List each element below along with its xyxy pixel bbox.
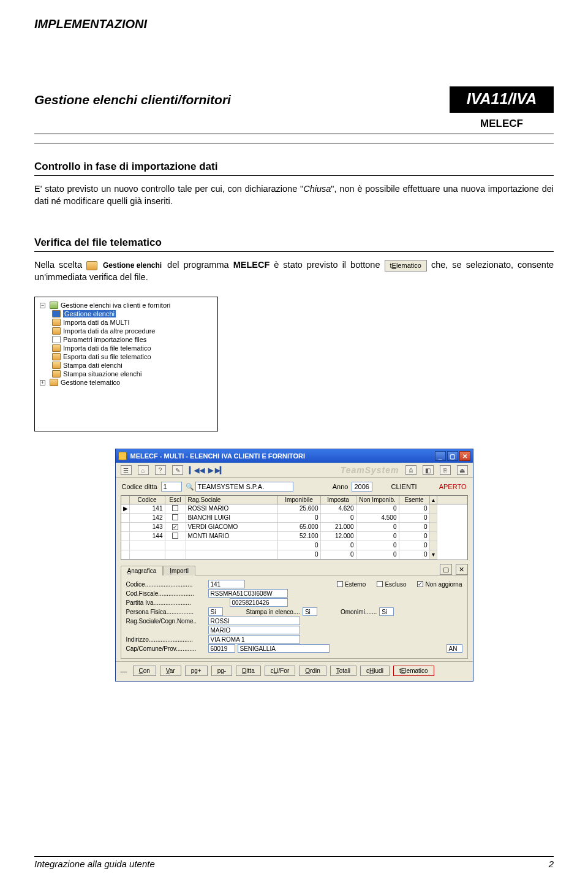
esterno-checkbox[interactable]: Esterno bbox=[337, 581, 366, 588]
piva-field[interactable]: 00258210426 bbox=[230, 598, 288, 607]
folder-icon bbox=[50, 302, 58, 309]
table-row[interactable]: 142BIANCHI LUIGI004.5000 bbox=[121, 514, 467, 523]
codice-field[interactable]: 141 bbox=[208, 580, 245, 588]
table-row[interactable]: 0000▾ bbox=[121, 550, 467, 560]
collapse-icon[interactable]: − bbox=[40, 303, 45, 308]
tree-root[interactable]: − Gestione elenchi iva clienti e fornito… bbox=[37, 301, 215, 310]
bottom-button[interactable]: Con bbox=[133, 666, 156, 676]
footer-page-number: 2 bbox=[549, 859, 554, 869]
tree-item-label: Importa dati da altre procedure bbox=[63, 327, 155, 335]
label: Codice............................ bbox=[126, 581, 206, 588]
tree-item-label: Stampa situazione elenchi bbox=[63, 370, 141, 378]
prov-field[interactable]: AN bbox=[447, 644, 462, 653]
toolbar-icon[interactable]: ⎘ bbox=[440, 465, 451, 475]
toolbar-icon[interactable]: ⌂ bbox=[138, 465, 149, 475]
bottom-button[interactable]: Totali bbox=[330, 666, 356, 676]
folder-icon bbox=[52, 362, 61, 369]
toolbar-icon[interactable]: ⎙ bbox=[405, 465, 417, 475]
folder-icon bbox=[52, 344, 61, 352]
clienti-label: CLIENTI bbox=[391, 483, 417, 490]
tree-item[interactable]: Importa dati da altre procedure bbox=[37, 327, 215, 335]
tab-importi[interactable]: Importi bbox=[163, 566, 195, 575]
ragsociale-field[interactable]: ROSSI bbox=[208, 617, 300, 625]
page-header: IMPLEMENTAZIONI bbox=[34, 17, 554, 31]
program-code: MELECF bbox=[450, 118, 554, 130]
comune-field[interactable]: SENIGALLIA bbox=[238, 644, 330, 653]
tree-item[interactable]: Stampa dati elenchi bbox=[37, 361, 215, 370]
tree-item-label: Importa dati da MULTI bbox=[63, 319, 130, 326]
text: del programma bbox=[167, 260, 233, 270]
label: Omonimi....... bbox=[341, 609, 377, 615]
tree-item-label: Stampa dati elenchi bbox=[63, 362, 123, 369]
data-grid[interactable]: Codice Escl Rag.Sociale Imponibile Impos… bbox=[121, 495, 468, 560]
folder-icon bbox=[52, 327, 61, 335]
nav-buttons[interactable]: ▎◀◀▶▶▎ bbox=[189, 466, 224, 474]
indirizzo-field[interactable]: VIA ROMA 1 bbox=[208, 635, 300, 644]
toolbar-icon[interactable]: ? bbox=[155, 465, 166, 475]
expand-icon[interactable]: + bbox=[40, 380, 45, 386]
label: Anno bbox=[333, 483, 349, 490]
maximize-button[interactable]: ▢ bbox=[447, 451, 458, 461]
tab-anagrafica[interactable]: Anagrafica bbox=[121, 566, 164, 575]
bottom-button[interactable]: pg- bbox=[211, 666, 232, 676]
bottom-button[interactable]: Var bbox=[160, 666, 181, 676]
ditta-name: TEAMSYSTEM S.P.A. bbox=[195, 482, 293, 492]
codice-ditta-input[interactable]: 1 bbox=[161, 482, 182, 492]
label: Stampa in elenco.... bbox=[246, 609, 300, 615]
tree-item[interactable]: +Gestione telematico bbox=[37, 378, 215, 387]
body-paragraph: Nella scelta Gestione elenchi del progra… bbox=[34, 259, 554, 283]
tree-root-label: Gestione elenchi iva clienti e fornitori bbox=[61, 302, 170, 309]
text: Nella scelta bbox=[34, 260, 86, 270]
app-icon bbox=[118, 452, 127, 460]
text: è stato previsto il bottone bbox=[274, 260, 384, 270]
bottom-button[interactable]: Ordin bbox=[299, 666, 326, 676]
table-row[interactable]: ▶141ROSSI MARIO25.6004.62000 bbox=[121, 504, 467, 514]
toolbar-icon[interactable]: ◧ bbox=[423, 465, 434, 475]
bottom-button[interactable]: cHiudi bbox=[360, 666, 390, 676]
tree-item[interactable]: Stampa situazione elenchi bbox=[37, 370, 215, 378]
tree-item-gestione-elenchi[interactable]: Gestione elenchi bbox=[37, 310, 215, 318]
cap-field[interactable]: 60019 bbox=[208, 644, 235, 653]
footer-divider bbox=[34, 856, 554, 857]
divider bbox=[34, 134, 554, 134]
pf-field[interactable]: Si bbox=[208, 607, 223, 616]
toolbar-icon[interactable]: ⏏ bbox=[457, 465, 468, 475]
minimize-button[interactable]: _ bbox=[435, 451, 446, 461]
bottom-button[interactable]: Ditta bbox=[236, 666, 261, 676]
gestione-elenchi-icon bbox=[86, 261, 97, 270]
search-icon[interactable]: 🔍 bbox=[186, 483, 192, 491]
table-row[interactable]: 143✓VERDI GIACOMO65.00021.00000 bbox=[121, 523, 467, 532]
codfiscale-field[interactable]: RSSMRA51C03I608W bbox=[208, 589, 288, 598]
section-subtitle: Gestione elenchi clienti/fornitori bbox=[34, 93, 231, 107]
titlebar: MELECF - MULTI - ELENCHI IVA CLIENTI E F… bbox=[116, 449, 473, 463]
folder-icon bbox=[52, 370, 61, 378]
separator: — bbox=[121, 667, 129, 675]
label: Indirizzo.......................... bbox=[126, 636, 206, 643]
text: E' stato previsto un nuovo controllo tal… bbox=[34, 184, 303, 194]
tree-item[interactable]: Parametri importazione files bbox=[37, 335, 215, 344]
folder-icon bbox=[52, 353, 61, 360]
anno-input[interactable]: 2006 bbox=[352, 482, 372, 492]
detail-new-button[interactable]: ▢ bbox=[440, 564, 452, 575]
gestione-elenchi-label: Gestione elenchi bbox=[103, 260, 162, 270]
omonimi-field[interactable]: Si bbox=[379, 607, 394, 616]
tree-item[interactable]: Esporta dati su file telematico bbox=[37, 352, 215, 361]
telematico-button[interactable]: tElematico bbox=[393, 666, 434, 676]
table-row[interactable]: 0000 bbox=[121, 541, 467, 550]
nome-field[interactable]: MARIO bbox=[208, 626, 300, 634]
bottom-button[interactable]: cLi/For bbox=[265, 666, 296, 676]
telematico-button-inline: tElematico bbox=[385, 260, 427, 272]
tree-item[interactable]: Importa dati da file telematico bbox=[37, 344, 215, 352]
toolbar-icon[interactable]: ✎ bbox=[172, 465, 183, 475]
close-button[interactable]: ✕ bbox=[459, 451, 470, 461]
detail-close-button[interactable]: ✕ bbox=[456, 564, 468, 575]
escluso-checkbox[interactable]: Escluso bbox=[377, 581, 406, 588]
bottom-button[interactable]: pg+ bbox=[185, 666, 208, 676]
toolbar: ☰ ⌂ ? ✎ ▎◀◀▶▶▎ TeamSystem ⎙ ◧ ⎘ ⏏ bbox=[116, 463, 473, 478]
stampa-field[interactable]: Si bbox=[303, 607, 317, 616]
app-window: MELECF - MULTI - ELENCHI IVA CLIENTI E F… bbox=[115, 449, 473, 682]
tree-item[interactable]: Importa dati da MULTI bbox=[37, 318, 215, 327]
toolbar-icon[interactable]: ☰ bbox=[121, 465, 132, 475]
nonaggiorna-checkbox[interactable]: ✓Non aggiorna bbox=[417, 581, 462, 588]
table-row[interactable]: 144MONTI MARIO52.10012.00000 bbox=[121, 532, 467, 541]
